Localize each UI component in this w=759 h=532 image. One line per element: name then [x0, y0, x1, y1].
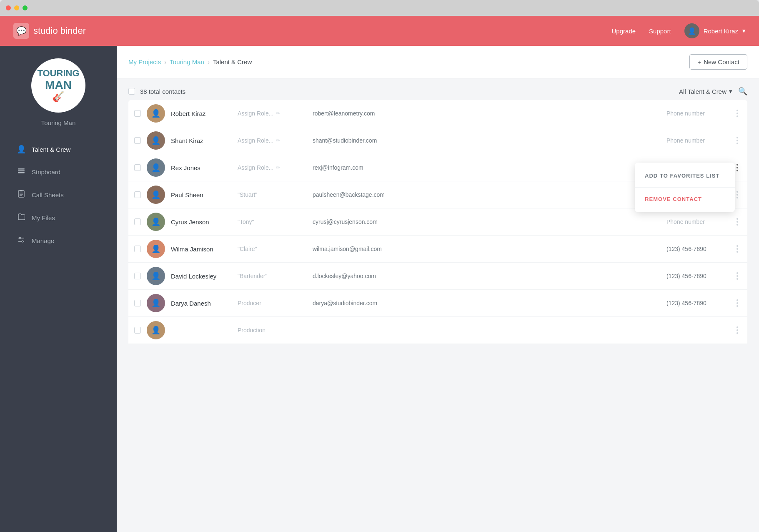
breadcrumb-touring-man[interactable]: Touring Man	[170, 58, 204, 65]
more-options-button[interactable]	[733, 135, 741, 146]
user-avatar: 👤	[684, 23, 699, 38]
contact-role: "Bartender"	[238, 273, 313, 279]
contact-email: paulsheen@backstage.com	[313, 191, 666, 198]
new-contact-plus-icon: +	[697, 58, 701, 65]
contact-row: 👤 Wilma Jamison "Claire" wilma.jamison@g…	[128, 236, 747, 263]
user-name: Robert Kiraz	[704, 28, 738, 35]
project-logo[interactable]: TOURING MAN 🎸	[31, 58, 85, 113]
contact-name: Shant Kiraz	[171, 137, 238, 144]
select-all-checkbox[interactable]	[128, 88, 135, 95]
contact-role: "Stuart"	[238, 191, 313, 198]
contact-email: shant@studiobinder.com	[313, 137, 666, 144]
avatar: 👤	[147, 104, 165, 123]
contact-name: David Lockesley	[171, 273, 238, 280]
more-options-button[interactable]	[733, 298, 741, 309]
contact-row: 👤 Darya Danesh Producer darya@studiobind…	[128, 290, 747, 317]
avatar: 👤	[147, 321, 165, 339]
window-close-dot[interactable]	[6, 5, 11, 10]
svg-point-9	[19, 237, 21, 239]
row-checkbox[interactable]	[134, 246, 141, 252]
row-checkbox[interactable]	[134, 137, 141, 144]
row-checkbox[interactable]	[134, 218, 141, 225]
contact-name: Darya Danesh	[171, 300, 238, 307]
breadcrumb-my-projects[interactable]: My Projects	[128, 58, 161, 65]
sidebar: TOURING MAN 🎸 Touring Man 👤 Talent & Cre…	[0, 46, 117, 532]
window-minimize-dot[interactable]	[14, 5, 19, 10]
breadcrumb-sep-1: ›	[164, 58, 166, 65]
contact-role: "Claire"	[238, 246, 313, 252]
new-contact-button[interactable]: + New Contact	[689, 54, 747, 70]
svg-point-11	[22, 241, 23, 242]
nav-items: 👤 Talent & Crew Stripboard	[0, 139, 117, 253]
manage-label: Manage	[32, 237, 54, 244]
more-options-button[interactable]	[733, 325, 741, 336]
upgrade-link[interactable]: Upgrade	[612, 28, 636, 35]
context-menu: ADD TO FAVORITES LIST REMOVE CONTACT	[635, 163, 735, 212]
search-button[interactable]: 🔍	[738, 87, 747, 96]
more-options-button[interactable]	[733, 243, 741, 254]
filter-chevron-icon: ▾	[729, 88, 732, 95]
topbar: My Projects › Touring Man › Talent & Cre…	[117, 46, 759, 78]
remove-contact-item[interactable]: REMOVE CONTACT	[635, 189, 735, 209]
header: 💬 studio binder Upgrade Support 👤 Robert…	[0, 16, 759, 46]
contact-email: wilma.jamison@gmail.com	[313, 246, 666, 252]
app-body: TOURING MAN 🎸 Touring Man 👤 Talent & Cre…	[0, 46, 759, 532]
call-sheets-label: Call Sheets	[32, 191, 64, 198]
project-name: Touring Man	[41, 119, 76, 126]
contact-phone: (123) 456-7890	[666, 300, 733, 306]
sidebar-item-my-files[interactable]: My Files	[8, 207, 108, 228]
contact-email: rexj@infogram.com	[313, 164, 666, 171]
filter-dropdown[interactable]: All Talent & Crew ▾	[679, 88, 732, 95]
contact-role[interactable]: Assign Role... ✏	[238, 137, 313, 144]
stripboard-icon	[17, 167, 26, 177]
contact-role[interactable]: Assign Role... ✏	[238, 164, 313, 171]
window-chrome	[0, 0, 759, 16]
contact-phone: (123) 456-7890	[666, 246, 733, 252]
more-options-button[interactable]	[733, 271, 741, 281]
more-options-button[interactable]	[733, 108, 741, 119]
total-contacts: 38 total contacts	[128, 88, 185, 95]
contact-name: Robert Kiraz	[171, 110, 238, 117]
row-checkbox[interactable]	[134, 327, 141, 334]
list-controls: 38 total contacts All Talent & Crew ▾ 🔍	[128, 78, 747, 100]
edit-role-icon: ✏	[276, 138, 280, 143]
contact-row: 👤 Robert Kiraz Assign Role... ✏ robert@l…	[128, 100, 747, 127]
total-contacts-label: 38 total contacts	[140, 88, 185, 95]
context-menu-divider	[635, 187, 735, 188]
more-options-button[interactable]	[733, 216, 741, 227]
sidebar-item-call-sheets[interactable]: Call Sheets	[8, 184, 108, 206]
avatar: 👤	[147, 213, 165, 231]
contact-phone: (123) 456-7890	[666, 273, 733, 279]
avatar: 👤	[147, 186, 165, 204]
avatar: 👤	[147, 131, 165, 150]
row-checkbox[interactable]	[134, 164, 141, 171]
contact-role: Production	[238, 327, 313, 334]
contact-email: robert@leanometry.com	[313, 110, 666, 117]
row-checkbox[interactable]	[134, 110, 141, 117]
sidebar-item-stripboard[interactable]: Stripboard	[8, 161, 108, 183]
sidebar-item-talent-crew[interactable]: 👤 Talent & Crew	[8, 139, 108, 160]
window-maximize-dot[interactable]	[23, 5, 28, 10]
user-menu[interactable]: 👤 Robert Kiraz ▾	[684, 23, 746, 38]
contact-role[interactable]: Assign Role... ✏	[238, 110, 313, 117]
row-checkbox[interactable]	[134, 191, 141, 198]
row-checkbox[interactable]	[134, 300, 141, 306]
svg-rect-4	[20, 190, 23, 191]
avatar: 👤	[147, 240, 165, 258]
row-checkbox[interactable]	[134, 273, 141, 279]
talent-crew-label: Talent & Crew	[32, 146, 70, 153]
contact-role: "Tony"	[238, 218, 313, 225]
svg-rect-1	[18, 171, 25, 172]
support-link[interactable]: Support	[649, 28, 671, 35]
sidebar-item-manage[interactable]: Manage	[8, 230, 108, 251]
user-chevron-icon: ▾	[742, 27, 746, 35]
contact-phone: Phone number	[666, 218, 733, 225]
avatar: 👤	[147, 158, 165, 177]
add-to-favorites-item[interactable]: ADD TO FAVORITES LIST	[635, 166, 735, 186]
controls-right: All Talent & Crew ▾ 🔍	[679, 87, 747, 96]
contact-row: 👤 Production	[128, 317, 747, 344]
svg-rect-0	[18, 168, 25, 170]
breadcrumb-sep-2: ›	[208, 58, 210, 65]
call-sheets-icon	[17, 190, 26, 200]
contact-list-area: 38 total contacts All Talent & Crew ▾ 🔍 …	[117, 78, 759, 532]
